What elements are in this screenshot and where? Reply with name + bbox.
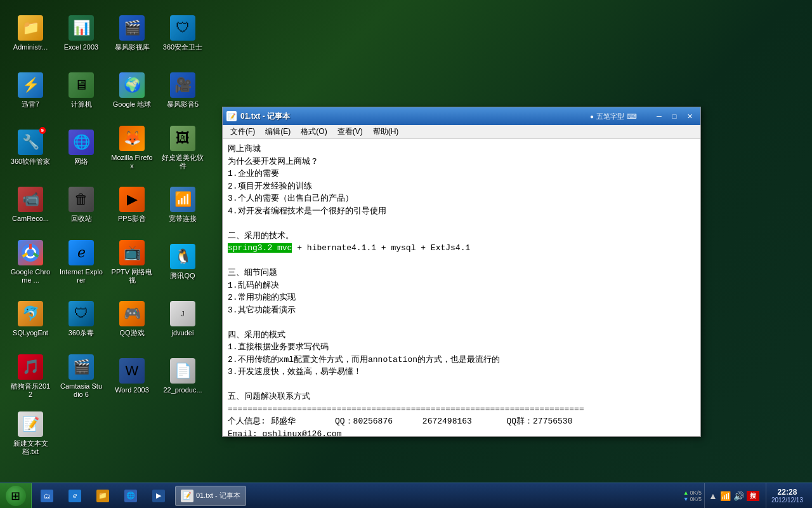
trash-icon: 🗑 [69, 187, 94, 212]
desktop-icon-firefox[interactable]: 🦊 Mozilla Firefox [108, 121, 156, 175]
word-icon: W [119, 358, 145, 384]
taskbar-item-folder[interactable]: 📁 [91, 486, 117, 506]
taskbar-item-ie[interactable]: ℯ [63, 486, 89, 506]
taskbar-item-network[interactable]: 🌐 [119, 486, 145, 506]
jdvudei-icon: J [170, 301, 195, 326]
desktop-icon-ie[interactable]: ℯ Internet Explorer [57, 235, 105, 290]
taskbar-notepad-icon: 📝 [181, 490, 193, 502]
menu-format[interactable]: 格式(O) [296, 125, 332, 139]
desktop-icon-computer[interactable]: 🖥 计算机 [57, 64, 105, 118]
googlemap-label: Google 地球 [113, 100, 152, 109]
close-button[interactable]: ✕ [683, 110, 697, 123]
word-label: Word 2003 [115, 386, 149, 394]
taskbar-media-icon: ▶ [152, 490, 165, 502]
desktop-icon-pptv[interactable]: 📺 PPTV 网络电视 [108, 235, 156, 290]
desktop-icon-360kill[interactable]: 🛡 360杀毒 [57, 292, 105, 347]
qq-icon: 🐧 [170, 244, 195, 269]
desktop-icon-trash[interactable]: 🗑 回收站 [57, 178, 105, 232]
stormv5-label: 暴风影音5 [167, 100, 199, 109]
taskbar-item-explorer[interactable]: 🗂 [36, 486, 61, 506]
net-download-speed: 0K/5 [690, 496, 702, 502]
svg-point-2 [27, 249, 34, 257]
ime-indicator: ● 五笔字型 ⌨ [590, 107, 637, 125]
administrator-icon: 📁 [18, 15, 43, 41]
desktop-icon-googlemap[interactable]: 🌍 Google 地球 [108, 64, 156, 118]
desktop-icon-administrator[interactable]: 📁 Administr... [6, 6, 55, 61]
desktop-icon-360safe[interactable]: 🛡 360安全卫士 [159, 6, 207, 61]
kuwo-icon: 🎵 [18, 354, 43, 380]
tray-network-icon[interactable]: 📶 [720, 491, 731, 501]
trash-label: 回收站 [71, 215, 92, 223]
camrec-icon: 📹 [18, 187, 43, 212]
ime-icon: ⌨ [627, 112, 637, 121]
menu-help[interactable]: 帮助(H) [368, 125, 404, 139]
jdvudei-label: jdvudei [172, 329, 194, 337]
menu-file[interactable]: 文件(F) [225, 125, 260, 139]
notepad-title: 01.txt - 记事本 [240, 111, 290, 122]
desktop-icon-network[interactable]: 🌐 网络 [57, 121, 105, 175]
qqgame-label: QQ游戏 [119, 329, 144, 337]
thunder-label: 迅雷7 [22, 100, 39, 109]
start-button[interactable]: ⊞ [0, 483, 32, 509]
taskbar-network-icon: 🌐 [124, 490, 137, 502]
broadband-label: 宽带连接 [169, 215, 197, 223]
upload-arrow-icon: ▲ [683, 490, 689, 496]
desktop-icon-qq[interactable]: 🐧 腾讯QQ [159, 235, 207, 290]
highlight-text: spring3.2 mvc [228, 243, 292, 253]
desktop-icon-newfile[interactable]: 📝 新建文本文档.txt [6, 406, 55, 461]
taskbar-clock[interactable]: 22:28 2012/12/13 [766, 483, 808, 509]
thunder-icon: ⚡ [18, 72, 43, 98]
desktop-icon-pps[interactable]: ▶ PPS影音 [108, 178, 156, 232]
network-indicator: ▲ 0K/5 ▼ 0K/5 [683, 490, 702, 502]
notepad-window: 📝 01.txt - 记事本 ● 五笔字型 ⌨ ─ □ ✕ 文件(F) 编辑(E… [222, 107, 701, 437]
maximize-button[interactable]: □ [667, 110, 681, 123]
firefox-icon: 🦊 [119, 126, 145, 151]
taskbar-notepad-label: 01.txt - 记事本 [196, 491, 240, 500]
menu-view[interactable]: 查看(V) [332, 125, 368, 139]
360kill-icon: 🛡 [69, 301, 94, 326]
tray-arrow-icon[interactable]: ▲ [709, 491, 717, 501]
broadband-icon: 📶 [170, 187, 195, 212]
desktop-icon-storm-video[interactable]: 🎬 暴风影视库 [108, 6, 156, 61]
taskbar-ie-icon: ℯ [69, 490, 81, 502]
computer-icon: 🖥 [69, 72, 94, 98]
desktop-icon-word2003[interactable]: W Word 2003 [108, 349, 156, 404]
sqlyog-label: SQLyogEnt [13, 329, 48, 337]
chrome-icon [18, 240, 43, 265]
desktop-icon-broadband[interactable]: 📶 宽带连接 [159, 178, 207, 232]
360safe-icon: 🛡 [170, 15, 195, 41]
desktop-icon-jdvudei[interactable]: J jdvudei [159, 292, 207, 347]
360kill-label: 360杀毒 [69, 329, 94, 337]
desktop-icon-thunder7[interactable]: ⚡ 迅雷7 [6, 64, 55, 118]
desktop-icon-sqlyog[interactable]: 🐬 SQLyogEnt [6, 292, 55, 347]
desktopbeauty-icon: 🖼 [170, 126, 195, 151]
notepad-content[interactable]: 网上商城 为什么要开发网上商城？ 1.企业的需要 2.项目开发经验的训练 3.个… [223, 139, 700, 436]
notepad-menubar: 文件(F) 编辑(E) 格式(O) 查看(V) 帮助(H) [223, 125, 700, 139]
titlebar-controls: ─ □ ✕ [652, 110, 697, 123]
desktop-icon-22produc[interactable]: 📄 22_produc... [159, 349, 207, 404]
desktop-icon-desktopbeauty[interactable]: 🖼 好桌道美化软件 [159, 121, 207, 175]
desktop-icon-camrec[interactable]: 📹 CamReco... [6, 178, 55, 232]
storm-video-icon: 🎬 [119, 15, 145, 41]
menu-edit[interactable]: 编辑(E) [260, 125, 296, 139]
desktop-icon-qqgame[interactable]: 🎮 QQ游戏 [108, 292, 156, 347]
desktop-icon-kuwo[interactable]: 🎵 酷狗音乐2012 [6, 349, 55, 404]
net-upload-speed: 0K/5 [690, 490, 702, 496]
minimize-button[interactable]: ─ [652, 110, 666, 123]
desktop-icon-stormv5[interactable]: 🎥 暴风影音5 [159, 64, 207, 118]
desktop-icon-360mgr[interactable]: 🔧 9 360软件管家 [6, 121, 55, 175]
desktop-icon-camtasia[interactable]: 🎬 Camtasia Studio 6 [57, 349, 105, 404]
clock-time: 22:28 [778, 488, 797, 497]
computer-label: 计算机 [71, 100, 92, 109]
notepad-app-icon: 📝 [226, 111, 237, 121]
ime-tray-icon[interactable]: 搜 [747, 491, 759, 501]
taskbar-item-media[interactable]: ▶ [147, 486, 173, 506]
tray-volume-icon[interactable]: 🔊 [733, 491, 744, 501]
taskbar-item-notepad[interactable]: 📝 01.txt - 记事本 [175, 486, 246, 506]
360mgr-label: 360软件管家 [11, 157, 50, 166]
ime-label: ● [590, 113, 594, 120]
network-label: 网络 [74, 157, 88, 166]
desktop-icon-chrome[interactable]: Google Chrome ... [6, 235, 55, 290]
360safe-label: 360安全卫士 [163, 43, 202, 51]
desktop-icon-excel2003[interactable]: 📊 Excel 2003 [57, 6, 105, 61]
